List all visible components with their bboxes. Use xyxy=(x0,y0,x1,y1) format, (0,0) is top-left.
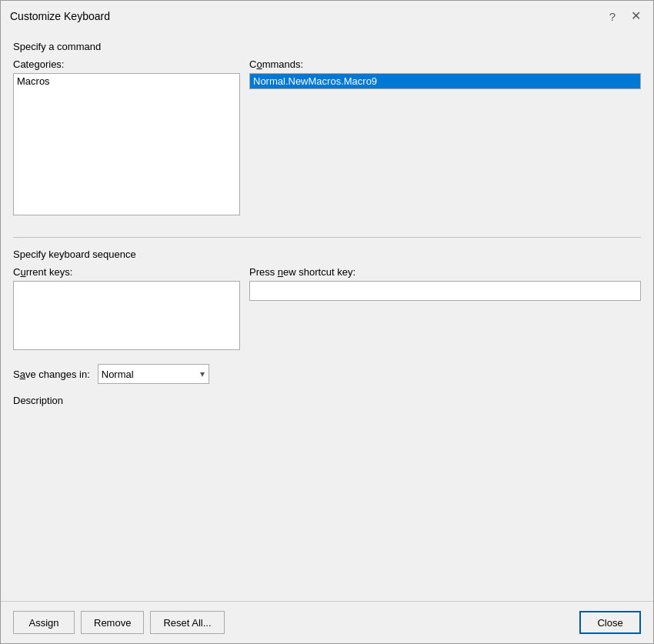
commands-column: Commands: Normal.NewMacros.Macro9 xyxy=(249,58,641,89)
dialog-title: Customize Keyboard xyxy=(10,10,110,22)
description-label: Description xyxy=(13,395,641,406)
keyboard-sequence-label: Specify keyboard sequence xyxy=(13,249,641,260)
current-keys-label: Current keys: xyxy=(13,266,240,278)
command-item-selected[interactable]: Normal.NewMacros.Macro9 xyxy=(250,74,640,88)
press-shortcut-label: Press new shortcut key: xyxy=(249,266,641,278)
commands-listbox[interactable]: Normal.NewMacros.Macro9 xyxy=(249,73,641,89)
divider-1 xyxy=(13,237,641,238)
close-title-button[interactable]: ✕ xyxy=(628,8,644,24)
bottom-right-buttons: Close xyxy=(579,611,641,634)
bottom-bar: Assign Remove Reset All... Close xyxy=(1,601,653,643)
save-changes-row: Save changes in: Normal All Documents xyxy=(13,364,641,384)
bottom-left-buttons: Assign Remove Reset All... xyxy=(13,611,225,634)
specify-command-text: Specify a command xyxy=(13,41,101,52)
shortcut-group: Press new shortcut key: xyxy=(249,266,641,301)
assign-button[interactable]: Assign xyxy=(13,611,75,634)
category-macros[interactable]: Macros xyxy=(14,74,239,88)
shortcut-key-input[interactable] xyxy=(249,281,641,301)
save-changes-select[interactable]: Normal All Documents xyxy=(98,364,209,384)
title-bar-right: ? ✕ xyxy=(606,8,644,24)
description-section: Description xyxy=(13,395,641,411)
remove-button[interactable]: Remove xyxy=(81,611,144,634)
categories-listbox[interactable]: Macros xyxy=(13,73,240,215)
commands-label: Commands: xyxy=(249,58,641,70)
title-bar-left: Customize Keyboard xyxy=(10,10,110,22)
help-button[interactable]: ? xyxy=(606,10,619,23)
customize-keyboard-dialog: Customize Keyboard ? ✕ Specify a command… xyxy=(0,0,654,644)
current-keys-group: Current keys: xyxy=(13,266,240,350)
save-changes-label: Save changes in: xyxy=(13,369,90,380)
specify-command-label: Specify a command xyxy=(13,41,641,52)
reset-all-button[interactable]: Reset All... xyxy=(150,611,224,634)
command-row: Categories: Macros Commands: Normal.NewM… xyxy=(13,58,641,215)
categories-label: Categories: xyxy=(13,58,240,70)
title-bar: Customize Keyboard ? ✕ xyxy=(1,1,653,30)
spacer xyxy=(13,419,641,601)
keyboard-row: Current keys: Press new shortcut key: xyxy=(13,266,641,350)
save-changes-select-wrapper: Normal All Documents xyxy=(98,364,209,384)
current-keys-listbox[interactable] xyxy=(13,281,240,350)
categories-column: Categories: Macros xyxy=(13,58,240,215)
specify-command-section: Specify a command Categories: Macros Com… xyxy=(13,38,641,215)
close-button[interactable]: Close xyxy=(579,611,641,634)
keyboard-section: Specify keyboard sequence Current keys: … xyxy=(13,245,641,350)
dialog-content: Specify a command Categories: Macros Com… xyxy=(1,30,653,601)
